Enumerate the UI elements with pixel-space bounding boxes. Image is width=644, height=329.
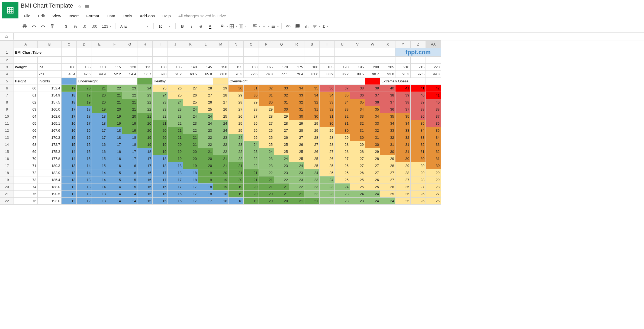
cell[interactable]: 175.3	[38, 148, 62, 155]
cell[interactable]	[77, 48, 92, 57]
bmi-cell[interactable]: 21	[289, 191, 304, 198]
bmi-cell[interactable]: 35	[304, 85, 320, 92]
bmi-cell[interactable]: 15	[107, 169, 122, 176]
font-size-select[interactable]: 10▾	[156, 22, 173, 30]
row-header[interactable]: 16	[0, 155, 14, 162]
bmi-cell[interactable]: 41	[411, 85, 426, 92]
bmi-cell[interactable]: 16	[122, 162, 137, 169]
bmi-cell[interactable]: 33	[395, 127, 411, 134]
bmi-cell[interactable]: 14	[92, 183, 107, 191]
bmi-cell[interactable]: 23	[274, 169, 289, 176]
bmi-cell[interactable]: 18	[77, 106, 92, 113]
bmi-cell[interactable]: 14	[107, 191, 122, 198]
cell[interactable]: 74	[14, 183, 38, 191]
row-header[interactable]: 2	[0, 57, 14, 64]
cell[interactable]: 71	[14, 162, 38, 169]
column-header[interactable]: Q	[274, 41, 289, 48]
bmi-cell[interactable]: 16	[107, 162, 122, 169]
cell[interactable]	[107, 48, 122, 57]
bmi-cell[interactable]: 18	[183, 169, 198, 176]
bmi-cell[interactable]: 19	[122, 127, 137, 134]
bmi-cell[interactable]: 12	[77, 198, 92, 205]
bmi-cell[interactable]: 23	[320, 191, 335, 198]
bmi-cell[interactable]: 16	[137, 169, 153, 176]
strikethrough-icon[interactable]: S	[197, 22, 205, 30]
bmi-cell[interactable]: 24	[350, 191, 365, 198]
bmi-cell[interactable]: 22	[304, 191, 320, 198]
cell[interactable]	[183, 57, 198, 64]
bmi-cell[interactable]: 24	[380, 198, 395, 205]
column-header[interactable]: C	[62, 41, 77, 48]
bmi-cell[interactable]: 38	[380, 92, 395, 99]
bmi-cell[interactable]: 20	[244, 191, 259, 198]
bmi-cell[interactable]: 27	[213, 99, 228, 106]
bmi-cell[interactable]: 23	[335, 191, 350, 198]
bmi-cell[interactable]: 24	[183, 113, 198, 120]
bmi-cell[interactable]: 29	[426, 169, 441, 176]
valign-icon[interactable]: ▾	[261, 22, 269, 30]
bmi-cell[interactable]: 22	[122, 92, 137, 99]
cell[interactable]: 59.0	[153, 71, 168, 78]
cell[interactable]	[14, 57, 38, 64]
bmi-cell[interactable]: 36	[320, 85, 335, 92]
cell[interactable]: 135	[168, 64, 183, 71]
bmi-cell[interactable]: 20	[168, 141, 183, 148]
cell[interactable]: 188.0	[38, 183, 62, 191]
menu-tools[interactable]: Tools	[120, 12, 136, 20]
bmi-cell[interactable]: 28	[244, 106, 259, 113]
cell[interactable]: 65.8	[198, 71, 213, 78]
bmi-cell[interactable]: 24	[274, 155, 289, 162]
decrease-decimal-icon[interactable]: .0	[80, 22, 89, 30]
bmi-cell[interactable]: 29	[365, 148, 380, 155]
cell[interactable]	[77, 57, 92, 64]
bmi-cell[interactable]: 27	[198, 92, 213, 99]
cell[interactable]: 66	[14, 127, 38, 134]
bmi-cell[interactable]: 42	[426, 85, 441, 92]
bmi-cell[interactable]: 18	[213, 191, 228, 198]
menu-file[interactable]: File	[21, 12, 34, 20]
cell[interactable]	[198, 48, 213, 57]
bmi-cell[interactable]: 19	[244, 198, 259, 205]
bmi-cell[interactable]: 18	[77, 113, 92, 120]
bmi-cell[interactable]: 26	[289, 141, 304, 148]
bmi-cell[interactable]: 27	[411, 183, 426, 191]
bmi-cell[interactable]: 31	[274, 99, 289, 106]
bmi-cell[interactable]: 25	[259, 141, 274, 148]
bmi-cell[interactable]: 20	[107, 106, 122, 113]
bmi-cell[interactable]: 38	[395, 99, 411, 106]
functions-icon[interactable]: Σ▾	[321, 22, 329, 30]
bmi-cell[interactable]: 24	[153, 92, 168, 99]
cell[interactable]: 70	[14, 155, 38, 162]
bmi-cell[interactable]: 27	[350, 162, 365, 169]
bmi-cell[interactable]: 17	[122, 155, 137, 162]
bmi-cell[interactable]: 32	[380, 134, 395, 141]
merge-cells-icon[interactable]: ▾	[238, 22, 246, 30]
bmi-cell[interactable]: 23	[153, 106, 168, 113]
chart-icon[interactable]	[303, 22, 311, 30]
bmi-cell[interactable]: 16	[77, 134, 92, 141]
bmi-cell[interactable]: 22	[228, 155, 244, 162]
cell[interactable]: 215	[411, 64, 426, 71]
bmi-cell[interactable]: 35	[350, 99, 365, 106]
bmi-cell[interactable]: 23	[153, 99, 168, 106]
row-header[interactable]: 22	[0, 198, 14, 205]
bmi-cell[interactable]: 18	[107, 127, 122, 134]
bmi-cell[interactable]: 23	[304, 176, 320, 183]
cell[interactable]: 61	[14, 92, 38, 99]
bmi-cell[interactable]: 30	[320, 120, 335, 127]
spreadsheet-grid[interactable]: ABCDEFGHIJKLMNOPQRSTUVWXYZAA1BMI Chart T…	[0, 40, 644, 205]
bmi-cell[interactable]: 26	[198, 99, 213, 106]
menu-help[interactable]: Help	[159, 12, 174, 20]
cell[interactable]: Height	[14, 78, 38, 85]
cell[interactable]: 95.3	[395, 71, 411, 78]
bmi-cell[interactable]: 15	[122, 176, 137, 183]
bmi-cell[interactable]: 32	[259, 85, 274, 92]
row-header[interactable]: 18	[0, 169, 14, 176]
cell[interactable]: 152.4	[38, 85, 62, 92]
bmi-cell[interactable]: 17	[153, 176, 168, 183]
bmi-cell[interactable]: 36	[350, 92, 365, 99]
bmi-cell[interactable]: 33	[320, 99, 335, 106]
column-header[interactable]: P	[259, 41, 274, 48]
legend-healthy-swatch[interactable]	[137, 78, 153, 85]
bmi-cell[interactable]: 33	[350, 113, 365, 120]
